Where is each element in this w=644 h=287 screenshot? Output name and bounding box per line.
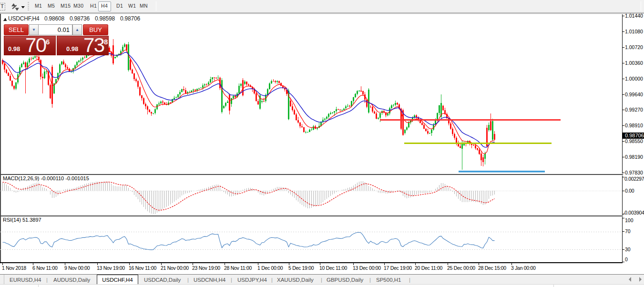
svg-text:MACD(12,26,9) -0.000110 -0.001: MACD(12,26,9) -0.000110 -0.001015	[3, 175, 89, 181]
svg-text:13 Dec 00:00: 13 Dec 00:00	[353, 265, 381, 271]
svg-text:0.98608: 0.98608	[44, 15, 65, 22]
svg-text:10 Dec 11:00: 10 Dec 11:00	[319, 265, 348, 271]
svg-text:1 Nov 2018: 1 Nov 2018	[2, 265, 26, 271]
svg-text:0.98550: 0.98550	[625, 138, 643, 144]
svg-text:3 Jan 00:00: 3 Jan 00:00	[511, 265, 536, 271]
svg-text:1 Dec 00:00: 1 Dec 00:00	[257, 265, 283, 271]
svg-text:30: 30	[625, 246, 631, 252]
svg-text:25 Dec 00:00: 25 Dec 00:00	[447, 265, 475, 271]
svg-text:0.98910: 0.98910	[625, 123, 643, 128]
svg-text:0.98706: 0.98706	[120, 15, 141, 22]
svg-text:13 Nov 19:00: 13 Nov 19:00	[97, 265, 125, 271]
svg-text:USDCHF,H4: USDCHF,H4	[8, 15, 40, 22]
svg-text:0.98190: 0.98190	[625, 154, 643, 160]
svg-text:-0.003904: -0.003904	[623, 210, 644, 215]
svg-text:23 Nov 19:00: 23 Nov 19:00	[192, 265, 220, 271]
svg-text:0.98706: 0.98706	[625, 133, 644, 138]
svg-text:0.002297: 0.002297	[624, 176, 644, 182]
svg-text:0.97830: 0.97830	[625, 170, 643, 175]
svg-text:6 Nov 11:00: 6 Nov 11:00	[32, 265, 58, 271]
svg-text:1.01440: 1.01440	[625, 13, 643, 19]
svg-text:28 Nov 11:00: 28 Nov 11:00	[224, 265, 252, 271]
svg-text:100: 100	[625, 217, 634, 223]
svg-text:0: 0	[625, 256, 628, 262]
svg-text:1.00360: 1.00360	[625, 60, 643, 66]
svg-text:1.00720: 1.00720	[625, 44, 643, 50]
svg-text:1.01080: 1.01080	[625, 29, 643, 34]
svg-text:16 Nov 11:00: 16 Nov 11:00	[129, 265, 157, 271]
svg-text:70: 70	[625, 228, 631, 234]
svg-text:0.99640: 0.99640	[625, 92, 643, 97]
svg-text:9 Nov 00:00: 9 Nov 00:00	[64, 265, 90, 271]
svg-text:1.00000: 1.00000	[625, 76, 643, 82]
svg-text:5 Dec 19:00: 5 Dec 19:00	[288, 265, 314, 271]
svg-text:21 Nov 00:00: 21 Nov 00:00	[161, 265, 189, 271]
svg-text:20 Dec 11:00: 20 Dec 11:00	[415, 265, 443, 271]
svg-text:0.98736: 0.98736	[70, 15, 90, 22]
svg-text:28 Dec 15:00: 28 Dec 15:00	[478, 265, 506, 271]
svg-text:0.99270: 0.99270	[625, 107, 643, 113]
svg-text:RSI(14) 51.3897: RSI(14) 51.3897	[3, 217, 41, 223]
svg-text:0.98598: 0.98598	[95, 15, 115, 22]
svg-text:17 Dec 19:00: 17 Dec 19:00	[384, 265, 412, 271]
svg-text:0.00: 0.00	[625, 188, 634, 194]
